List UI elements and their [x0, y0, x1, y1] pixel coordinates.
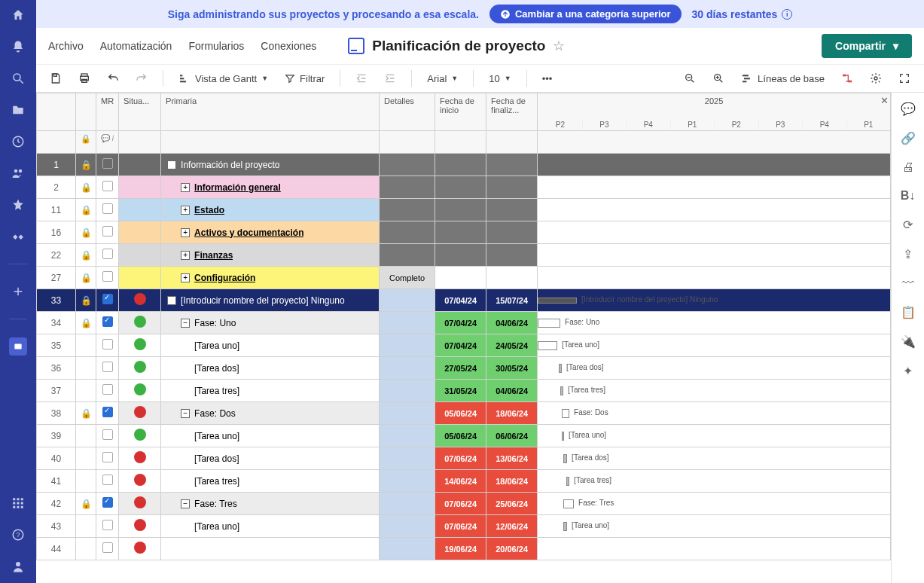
status-dot[interactable] — [134, 474, 146, 486]
save-icon[interactable] — [45, 69, 66, 87]
details-cell[interactable] — [380, 176, 435, 199]
primary-label[interactable]: Fase: Tres — [194, 499, 237, 509]
end-date-cell[interactable]: 18/06/24 — [486, 402, 538, 425]
primary-label[interactable]: Activos y documentación — [194, 227, 303, 238]
checkbox[interactable] — [102, 384, 113, 395]
fullscreen-icon[interactable] — [894, 69, 915, 87]
gantt-cell[interactable]: Fase: Tres — [538, 493, 891, 515]
checkbox[interactable] — [102, 271, 113, 282]
more-formatting-icon[interactable]: ••• — [538, 70, 557, 87]
workapps-icon[interactable] — [9, 227, 27, 246]
table-row[interactable]: 41[Tarea tres]14/06/2418/06/24[Tarea tre… — [37, 470, 891, 493]
details-cell[interactable] — [380, 538, 435, 560]
end-date-cell[interactable]: 25/06/24 — [486, 493, 538, 515]
end-date-cell[interactable] — [486, 244, 538, 267]
primary-label[interactable]: Información del proyecto — [181, 160, 279, 170]
start-date-cell[interactable]: 19/06/24 — [435, 538, 486, 560]
status-dot[interactable] — [134, 293, 146, 305]
details-cell[interactable] — [380, 470, 435, 493]
details-cell[interactable] — [380, 425, 435, 447]
refresh-icon[interactable]: ⟳ — [903, 218, 913, 232]
user-icon[interactable] — [9, 557, 27, 575]
column-fecha-inicio[interactable]: Fecha de inicio — [435, 93, 486, 131]
gantt-cell[interactable] — [538, 199, 891, 221]
expand-toggle[interactable]: + — [181, 228, 190, 237]
redo-icon[interactable] — [131, 69, 152, 87]
gantt-cell[interactable] — [538, 154, 891, 176]
expand-toggle[interactable]: − — [167, 296, 176, 305]
gantt-cell[interactable]: [Tarea dos] — [538, 447, 891, 470]
gantt-bar[interactable] — [538, 319, 560, 328]
close-icon[interactable]: ✕ — [880, 95, 889, 106]
checkbox[interactable] — [102, 339, 113, 349]
help-icon[interactable]: ? — [9, 526, 27, 544]
row-number[interactable]: 41 — [37, 470, 76, 493]
start-date-cell[interactable] — [435, 199, 486, 221]
gantt-cell[interactable]: [Tarea uno] — [538, 515, 891, 538]
details-cell[interactable]: Completo — [380, 267, 435, 289]
details-cell[interactable] — [380, 402, 435, 425]
status-dot[interactable] — [134, 338, 146, 350]
table-row[interactable]: 2🔒+Información general — [37, 176, 891, 199]
app-icon[interactable] — [9, 337, 27, 356]
gantt-cell[interactable] — [538, 538, 891, 560]
gantt-cell[interactable] — [538, 221, 891, 244]
start-date-cell[interactable] — [435, 244, 486, 267]
details-cell[interactable] — [380, 357, 435, 380]
gantt-cell[interactable]: [Tarea tres] — [538, 380, 891, 402]
details-cell[interactable] — [380, 380, 435, 402]
table-row[interactable]: 4419/06/2420/06/24 — [37, 538, 891, 560]
primary-label[interactable]: Estado — [194, 205, 224, 215]
row-number[interactable]: 27 — [37, 267, 76, 289]
gantt-bar[interactable] — [560, 386, 563, 395]
start-date-cell[interactable] — [435, 267, 486, 289]
table-row[interactable]: 37[Tarea tres]31/05/2404/06/24[Tarea tre… — [37, 380, 891, 402]
checkbox[interactable] — [102, 475, 113, 485]
undo-icon[interactable] — [102, 69, 124, 87]
sheet-grid[interactable]: MR Situa... Primaria Detalles Fecha de i… — [36, 93, 891, 583]
checkbox[interactable] — [102, 542, 113, 553]
favorite-star-icon[interactable]: ☆ — [553, 38, 565, 54]
baseline-button[interactable]: Líneas de base — [736, 69, 829, 87]
primary-label[interactable]: [Tarea uno] — [194, 521, 239, 532]
end-date-cell[interactable]: 18/06/24 — [486, 470, 538, 493]
gantt-bar[interactable] — [566, 477, 569, 486]
bell-icon[interactable] — [9, 38, 27, 56]
checkbox[interactable] — [102, 226, 113, 237]
status-dot[interactable] — [134, 451, 146, 463]
outdent-icon[interactable] — [351, 69, 372, 87]
table-row[interactable]: 43[Tarea uno]07/06/2412/06/24[Tarea uno] — [37, 515, 891, 538]
status-dot[interactable] — [134, 383, 146, 395]
gantt-cell[interactable]: Fase: Uno — [538, 312, 891, 334]
connector-icon[interactable]: 🔌 — [901, 334, 916, 349]
checkbox[interactable] — [102, 203, 113, 214]
end-date-cell[interactable]: 04/06/24 — [486, 380, 538, 402]
end-date-cell[interactable] — [486, 221, 538, 244]
status-dot[interactable] — [134, 519, 146, 531]
gantt-cell[interactable]: [Tarea uno] — [538, 334, 891, 357]
checkbox[interactable] — [102, 429, 113, 440]
row-number[interactable]: 38 — [37, 402, 76, 425]
filter-button[interactable]: Filtrar — [280, 70, 329, 87]
row-number[interactable]: 22 — [37, 244, 76, 267]
end-date-cell[interactable]: 06/06/24 — [486, 425, 538, 447]
checkbox[interactable] — [102, 497, 113, 508]
star-icon[interactable] — [9, 196, 27, 214]
expand-toggle[interactable]: − — [181, 319, 190, 328]
end-date-cell[interactable]: 15/07/24 — [486, 289, 538, 312]
checkbox[interactable] — [102, 362, 113, 372]
row-number[interactable]: 35 — [37, 334, 76, 357]
table-row[interactable]: 35[Tarea uno]07/04/2424/05/24[Tarea uno] — [37, 334, 891, 357]
trial-remaining[interactable]: 30 días restantes i — [692, 8, 793, 20]
column-detalles[interactable]: Detalles — [380, 93, 435, 131]
menu-archivo[interactable]: Archivo — [48, 40, 84, 52]
status-dot[interactable] — [134, 361, 146, 373]
people-icon[interactable] — [9, 164, 27, 182]
end-date-cell[interactable] — [486, 154, 538, 176]
primary-label[interactable]: [Tarea dos] — [194, 453, 239, 464]
table-row[interactable]: 36[Tarea dos]27/05/2430/05/24[Tarea dos] — [37, 357, 891, 380]
checkbox[interactable] — [102, 520, 113, 530]
attachments-icon[interactable]: 🔗 — [901, 131, 916, 145]
details-cell[interactable] — [380, 289, 435, 312]
end-date-cell[interactable] — [486, 199, 538, 221]
